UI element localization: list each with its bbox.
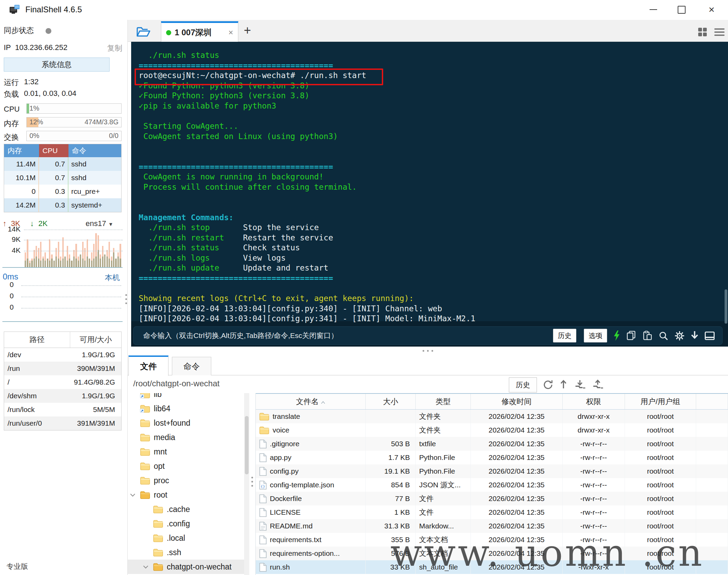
disk-row[interactable]: /91.4G/98.2G [4, 375, 121, 389]
upload-tray-icon[interactable] [592, 379, 603, 391]
vertical-splitter-handle[interactable] [125, 292, 127, 307]
file-column-header[interactable]: 用户/用户组 [625, 394, 696, 409]
minimize-button[interactable] [644, 0, 663, 19]
terminal-scrollbar[interactable] [725, 289, 727, 324]
tab-close-icon[interactable]: × [228, 28, 233, 37]
lightning-icon[interactable] [613, 330, 620, 341]
file-size-cell [366, 423, 416, 437]
copy-icon[interactable] [626, 330, 636, 341]
tree-item-root[interactable]: root [128, 488, 244, 502]
options-button[interactable]: 选项 [584, 329, 607, 342]
process-row[interactable]: 14.2M0.3systemd+ [4, 198, 121, 212]
disk-column-header[interactable]: 路径 [4, 332, 70, 348]
download-icon[interactable] [691, 331, 699, 340]
path-input[interactable]: /root/chatgpt-on-wechat [133, 379, 219, 388]
file-panel-tab-commands[interactable]: 命令 [172, 357, 211, 375]
download-tray-icon[interactable] [575, 379, 585, 391]
tree-item-mnt[interactable]: mnt [128, 445, 244, 459]
process-column-header[interactable]: 内存 [4, 144, 39, 157]
command-input-bar[interactable]: 命令输入（双击Ctrl切换,Alt历史,Tab路径/命令,Esc关闭窗口） 历史… [133, 326, 723, 345]
chevron-down-icon[interactable] [130, 493, 137, 497]
sort-asc-icon [321, 397, 325, 406]
history-button[interactable]: 历史 [553, 329, 576, 342]
process-row[interactable]: 00.3rcu_pre+ [4, 185, 121, 198]
disk-table[interactable]: 路径可用/大小/dev1.9G/1.9G/run390M/391M/91.4G/… [4, 332, 122, 430]
file-row-spacer [696, 533, 728, 547]
table-row[interactable]: LICENSE1 KB文件2026/02/04 12:35-rw-r--r--r… [256, 505, 728, 519]
gear-icon[interactable] [675, 331, 685, 341]
refresh-icon[interactable] [543, 379, 553, 391]
search-icon[interactable] [658, 331, 668, 341]
disk-column-header[interactable]: 可用/大小 [70, 332, 121, 348]
disk-row[interactable]: /dev1.9G/1.9G [4, 348, 121, 362]
file-column-header[interactable]: 修改时间 [471, 394, 563, 409]
terminal-output[interactable]: ./run.sh status=========================… [131, 42, 725, 325]
table-row[interactable]: app.py1.7 KBPython.File2026/02/04 12:35-… [256, 451, 728, 464]
table-row[interactable]: requirements-option...576 B文本文档2026/02/0… [256, 547, 728, 560]
disk-row[interactable]: /run/lock5M/5M [4, 403, 121, 416]
new-tab-button[interactable]: + [244, 23, 251, 38]
file-column-header[interactable]: 权限 [563, 394, 625, 409]
file-type-cell: Python.File [416, 464, 471, 478]
disk-row[interactable]: /run390M/391M [4, 362, 121, 375]
tree-scrollbar-thumb[interactable] [245, 416, 249, 474]
table-row[interactable]: config.py19.1 KBPython.File2026/02/04 12… [256, 464, 728, 478]
chevron-down-icon[interactable] [143, 565, 150, 569]
file-table[interactable]: 文件名大小类型修改时间权限用户/用户组translate文件夹2026/02/0… [255, 393, 728, 575]
process-column-header[interactable]: CPU [39, 144, 68, 157]
file-column-header[interactable]: 类型 [416, 394, 471, 409]
tree-item-chatgpt-on-wechat[interactable]: chatgpt-on-wechat [128, 560, 244, 574]
table-row[interactable]: .gitignore503 Btxtfile2026/02/04 12:35-r… [256, 437, 728, 451]
tree-item-.cache[interactable]: .cache [128, 502, 244, 516]
process-table[interactable]: 内存CPU命令11.4M0.7sshd10.1M0.7sshd00.3rcu_p… [4, 144, 122, 212]
process-column-header[interactable]: 命令 [68, 144, 121, 157]
table-row[interactable]: README.md31.3 KBMarkdow...2026/02/04 12:… [256, 519, 728, 533]
tree-item-label: media [154, 433, 175, 442]
maximize-button[interactable] [672, 0, 691, 19]
table-row[interactable]: requirements.txt355 B文本文档2026/02/04 12:3… [256, 533, 728, 547]
file-date-cell: 2026/02/04 12:35 [471, 437, 563, 451]
disk-row[interactable]: /dev/shm1.9G/1.9G [4, 389, 121, 403]
table-row[interactable]: run.sh33 KBsh_auto_file2026/02/04 12:35-… [256, 560, 728, 574]
interface-selector[interactable]: ens17 ▼ [86, 219, 113, 228]
grid-view-icon[interactable] [698, 27, 707, 38]
tree-item-.local[interactable]: .local [128, 531, 244, 545]
swap-label: 交换 [4, 132, 19, 142]
copy-ip-button[interactable]: 复制 [107, 43, 122, 53]
horizontal-splitter-handle[interactable] [423, 350, 433, 352]
close-button[interactable]: × [702, 0, 721, 19]
table-row[interactable]: {}config-template.json854 BJSON 源文...202… [256, 478, 728, 492]
table-row[interactable]: voice文件夹2026/02/04 12:35drwxr-xr-xroot/r… [256, 423, 728, 437]
up-icon[interactable] [560, 379, 567, 391]
open-folder-icon[interactable] [136, 26, 151, 39]
file-tree[interactable]: liblib64lost+foundmediamntoptprocroot.ca… [128, 393, 244, 575]
tree-item-lost+found[interactable]: lost+found [128, 416, 244, 430]
table-row[interactable]: translate文件夹2026/02/04 12:35drwxr-xr-xro… [256, 410, 728, 423]
menu-icon[interactable] [714, 28, 725, 38]
tree-item-.ssh[interactable]: .ssh [128, 545, 244, 560]
tree-item-opt[interactable]: opt [128, 459, 244, 473]
system-info-button[interactable]: 系统信息 [4, 58, 110, 72]
tree-item-media[interactable]: media [128, 430, 244, 445]
disk-row[interactable]: /run/user/0391M/391M [4, 416, 121, 430]
file-panel-tab-files[interactable]: 文件 [128, 355, 168, 376]
connection-status-dot [166, 30, 171, 35]
paste-icon[interactable] [642, 330, 652, 341]
tree-item-proc[interactable]: proc [128, 473, 244, 488]
table-row[interactable]: Dockerfile77 B文件2026/02/04 12:35-rw-r--r… [256, 492, 728, 505]
tree-item-lib64[interactable]: lib64 [128, 401, 244, 416]
file-column-header[interactable]: 大小 [366, 394, 416, 409]
file-type-cell: 文件 [416, 492, 471, 505]
net-down-bar [62, 259, 64, 267]
tree-item-lib[interactable]: lib [128, 393, 244, 401]
process-row[interactable]: 10.1M0.7sshd [4, 171, 121, 185]
tree-table-splitter-handle[interactable] [251, 474, 253, 489]
file-column-header[interactable]: 文件名 [256, 394, 366, 409]
tab-session[interactable]: 1 007深圳 × [161, 21, 238, 42]
tree-item-.config[interactable]: .config [128, 516, 244, 531]
divider [2, 321, 123, 322]
net-down-bar [115, 259, 116, 267]
window-icon[interactable] [705, 332, 715, 340]
path-history-button[interactable]: 历史 [509, 377, 537, 392]
process-row[interactable]: 11.4M0.7sshd [4, 157, 121, 171]
